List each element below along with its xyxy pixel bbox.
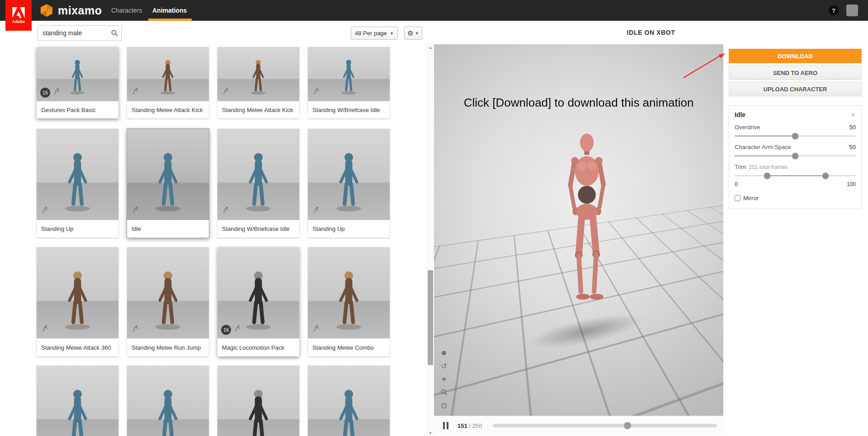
- animation-card-label: Standing W/Briefcase Idle: [217, 220, 299, 238]
- animation-thumbnail: [217, 47, 299, 101]
- animation-thumbnail: [37, 247, 118, 338]
- grid-scrollbar[interactable]: ▲ ▼: [427, 44, 434, 436]
- download-button[interactable]: DOWNLOAD: [729, 49, 862, 63]
- animation-card[interactable]: Standing W/Briefcase Idle: [308, 47, 390, 118]
- trim-total-frames: 251 total frames: [749, 164, 788, 170]
- animation-card[interactable]: [308, 366, 390, 436]
- per-page-select[interactable]: 48 Per page ▼: [351, 27, 398, 40]
- overdrive-value: 50: [849, 124, 856, 131]
- frame-counter: 151 / 250: [458, 422, 482, 429]
- animation-card[interactable]: 16Magic Locomotion Pack: [217, 247, 299, 356]
- search-input[interactable]: [38, 29, 108, 37]
- adobe-label: Adobe: [12, 19, 25, 24]
- arm-space-slider[interactable]: [735, 153, 856, 159]
- animation-card[interactable]: Standing W/Briefcase Idle: [217, 129, 299, 238]
- gear-icon: ⚙: [407, 29, 413, 38]
- annotation-text: Click [Download] to download this animat…: [434, 96, 723, 110]
- upload-character-button[interactable]: UPLOAD CHARACTER: [729, 82, 862, 96]
- scroll-up-icon[interactable]: ▲: [427, 44, 434, 51]
- animation-card[interactable]: Standing Up: [37, 129, 118, 238]
- scroll-down-icon[interactable]: ▼: [427, 430, 434, 436]
- animation-card[interactable]: Standing Melee Run Jump: [127, 247, 209, 356]
- arm-space-label: Character Arm-Space: [735, 144, 791, 150]
- animation-settings-panel: Idle ✕ Overdrive 50 Character Arm-Space …: [729, 105, 862, 209]
- animation-thumbnail: [127, 47, 209, 101]
- character-icon[interactable]: ☻: [439, 348, 448, 358]
- animation-thumbnail: [217, 129, 299, 220]
- power-icon[interactable]: [439, 400, 448, 410]
- mixamo-logo[interactable]: mixamo: [40, 4, 102, 17]
- animation-card[interactable]: [37, 366, 118, 436]
- animation-card-label: Standing Up: [308, 220, 390, 238]
- pack-count-badge: 16: [221, 325, 231, 335]
- arm-space-handle[interactable]: [792, 153, 798, 159]
- animation-card[interactable]: Standing Melee Attack 360: [37, 247, 118, 356]
- pan-icon[interactable]: +: [439, 374, 448, 384]
- tab-characters[interactable]: Characters: [111, 0, 142, 21]
- animation-thumbnail: [217, 366, 299, 436]
- scrollbar-thumb[interactable]: [428, 270, 433, 365]
- animation-thumbnail: [37, 129, 118, 220]
- animation-card-label: Standing Melee Run Jump: [127, 338, 209, 356]
- timeline-slider[interactable]: [493, 424, 717, 427]
- animation-card[interactable]: Idle: [127, 129, 209, 238]
- animation-card-label: Standing W/Briefcase Idle: [308, 101, 390, 118]
- timeline-handle[interactable]: [624, 422, 631, 429]
- mirror-label: Mirror: [743, 195, 759, 202]
- trim-min: 0: [735, 181, 738, 188]
- animation-card[interactable]: [217, 366, 299, 436]
- zoom-icon[interactable]: [439, 387, 448, 397]
- animation-card-label: Standing Melee Combo: [308, 338, 390, 356]
- run-icon: [222, 87, 230, 97]
- animation-card-label: Standing Melee Attack 360: [37, 338, 118, 356]
- animation-card[interactable]: 15Gestures Pack Basic: [37, 47, 118, 118]
- animation-thumbnail: [127, 129, 209, 220]
- animation-thumbnail: [37, 366, 118, 436]
- animation-thumbnail: [308, 47, 390, 101]
- search-box: [38, 25, 122, 41]
- send-to-aero-button[interactable]: SEND TO AERO: [729, 66, 862, 80]
- rotate-icon[interactable]: ↺: [439, 361, 448, 371]
- animation-thumbnail: [308, 129, 390, 220]
- run-icon: [234, 324, 241, 334]
- user-avatar[interactable]: [846, 5, 858, 16]
- animation-card-label: Standing Up: [37, 220, 118, 238]
- animation-card-label: Gestures Pack Basic: [37, 101, 118, 118]
- animation-card[interactable]: Standing Melee Attack Kick: [127, 47, 209, 118]
- animation-thumbnail: 16: [217, 247, 299, 338]
- close-icon[interactable]: ✕: [850, 111, 856, 118]
- trim-start-handle[interactable]: [764, 173, 770, 179]
- animation-card[interactable]: Standing Melee Combo: [308, 247, 390, 356]
- settings-dropdown-button[interactable]: ⚙ ▼: [404, 27, 422, 40]
- trim-end-handle[interactable]: [822, 173, 829, 179]
- mixamo-app: Adobe mixamo Characters Animations ? 48 …: [0, 0, 868, 436]
- frame-separator: /: [469, 422, 471, 429]
- help-icon[interactable]: ?: [829, 5, 839, 15]
- panel-title: Idle: [735, 111, 745, 118]
- caret-down-icon: ▼: [415, 31, 419, 36]
- adobe-logo[interactable]: Adobe: [5, 0, 32, 31]
- run-icon: [132, 324, 139, 334]
- trim-slider[interactable]: [735, 173, 856, 179]
- search-icon[interactable]: [108, 29, 121, 37]
- overdrive-handle[interactable]: [792, 133, 798, 139]
- tab-animations[interactable]: Animations: [152, 0, 187, 21]
- animation-card-label: Standing Melee Attack Kick: [127, 101, 209, 118]
- playback-bar: 151 / 250: [434, 416, 723, 435]
- viewer-title: IDLE ON XBOT: [434, 29, 868, 36]
- animation-card[interactable]: Standing Melee Attack Kick: [217, 47, 299, 118]
- caret-down-icon: ▼: [390, 31, 394, 36]
- pause-button[interactable]: [443, 422, 448, 429]
- run-icon: [312, 324, 320, 334]
- mirror-checkbox[interactable]: [735, 195, 741, 201]
- overdrive-label: Overdrive: [735, 124, 760, 131]
- animation-card-label: Magic Locomotion Pack: [217, 338, 299, 356]
- animation-thumbnail: [127, 247, 209, 338]
- animation-card[interactable]: Standing Up: [308, 129, 390, 238]
- run-icon: [312, 206, 320, 216]
- run-icon: [312, 87, 320, 97]
- trim-max: 100: [847, 181, 856, 188]
- overdrive-slider[interactable]: [735, 133, 856, 139]
- animation-thumbnail: [308, 247, 390, 338]
- animation-card[interactable]: [127, 366, 209, 436]
